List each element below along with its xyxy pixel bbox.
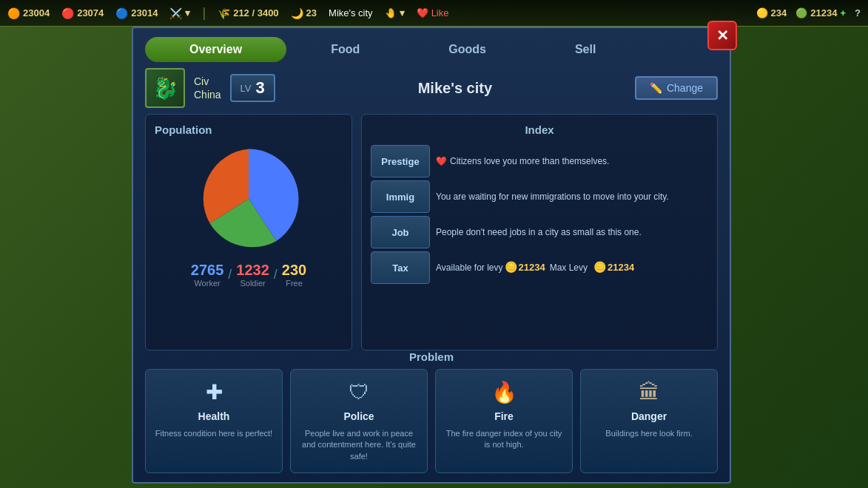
index-row-prestige: Prestige ❤️ Citizens love you more than … [371,145,708,177]
tab-overview[interactable]: Overview [145,37,286,62]
heart-icon: ❤️ [436,155,447,168]
hud-resource1[interactable]: 🟠 23004 [7,7,50,19]
hud-resource3[interactable]: 🔵 23014 [115,7,158,19]
resource3-icon: 🔵 [115,7,128,19]
free-stat: 230 Free [282,262,306,288]
resource4-icon: ⚔️ [169,7,182,19]
level-badge: LV 3 [230,74,275,102]
police-desc: People live and work in peace and conten… [298,428,420,462]
population-section: Population 2765 Worker / 1232 [145,114,352,350]
soldier-value: 1232 [236,262,269,279]
lv-value: 3 [256,78,265,98]
problem-title: Problem [145,350,718,363]
tab-sell[interactable]: Sell [531,37,640,62]
resource4-dropdown: ▾ [185,7,190,18]
index-row-immig: Immig You are waiting for new immigratio… [371,180,708,213]
civ-name: CivChina [194,75,221,101]
main-dialog: ✕ Overview Food Goods Sell 🐉 CivChina LV… [132,27,731,484]
tax-label[interactable]: Tax [371,251,430,284]
resource2-icon: 🔴 [61,7,74,19]
population-title: Population [155,123,343,136]
hud-moon[interactable]: 🌙 23 [291,7,317,19]
danger-name: Danger [631,410,667,422]
health-desc: Fitness condition here is perfect! [155,428,272,439]
hud-city-name: Mike's city [329,7,373,18]
prestige-text: ❤️ Citizens love you more than themselve… [436,145,708,177]
problem-section: Problem ✚ Health Fitness condition here … [133,350,730,482]
green-value: 21234 [810,7,837,18]
levy-gold-icon: 🪙 [505,260,517,275]
civ-avatar: 🐉 [145,68,185,108]
problem-grid: ✚ Health Fitness condition here is perfe… [145,369,718,473]
moon-value: 23 [306,7,317,18]
heart-icon: ❤️ [417,7,428,18]
health-icon: ✚ [206,380,223,404]
danger-card: 🏛 Danger Buildings here look firm. [580,369,718,473]
resource2-value: 23074 [77,7,104,18]
free-label: Free [286,279,303,288]
food-icon: 🌾 [218,7,230,19]
fire-card: 🔥 Fire The fire danger index of you city… [435,369,573,473]
hud-food[interactable]: 🌾 212 / 3400 [218,7,278,19]
max-levy-gold-icon: 🪙 [593,260,606,275]
green-icon: 🟢 [795,7,807,18]
free-value: 230 [282,262,306,279]
fire-desc: The fire danger index of you city is not… [443,428,565,451]
pie-chart-container [155,143,343,254]
tax-text: Available for levy 🪙 21234 Max Levy 🪙 21… [436,251,708,284]
tab-bar: Overview Food Goods Sell [133,28,730,62]
resource1-value: 23004 [23,7,50,18]
soldier-stat: 1232 Soldier [236,262,269,288]
pencil-icon: ✏️ [650,82,662,94]
max-levy-value: 21234 [608,261,634,274]
hud-resource4[interactable]: ⚔️ ▾ [169,7,190,19]
fire-name: Fire [494,410,514,422]
gold-icon: 🟡 [756,7,768,18]
fire-icon: 🔥 [491,380,517,404]
hud-green[interactable]: 🟢 21234 + [795,7,846,18]
worker-stat: 2765 Worker [191,262,224,288]
resource1-icon: 🟠 [7,7,20,19]
city-name-display: Mike's city [284,80,626,97]
tab-goods[interactable]: Goods [404,37,531,62]
dragon-icon: 🐉 [152,76,178,101]
civ-header: 🐉 CivChina LV 3 Mike's city ✏️ Change [133,62,730,114]
population-pie-chart [193,143,304,254]
close-button[interactable]: ✕ [707,21,737,50]
danger-desc: Buildings here look firm. [605,428,692,439]
population-stats: 2765 Worker / 1232 Soldier / 230 Free [155,262,343,288]
hud-right: 🟡 234 🟢 21234 + ? [756,7,861,18]
like-label: Like [431,7,449,18]
hud-gold[interactable]: 🟡 234 [756,7,787,18]
index-row-job: Job People don't need jobs in a city as … [371,216,708,248]
pop-separator-1: / [228,267,232,282]
immig-label[interactable]: Immig [371,180,430,213]
danger-icon: 🏛 [639,380,659,404]
police-icon: 🛡 [349,380,369,404]
job-text: People don't need jobs in a city as smal… [436,216,708,248]
change-label: Change [667,82,703,94]
top-hud: 🟠 23004 🔴 23074 🔵 23014 ⚔️ ▾ | 🌾 212 / 3… [0,0,868,27]
hud-help[interactable]: ? [855,7,861,18]
tab-food[interactable]: Food [286,37,404,62]
health-card: ✚ Health Fitness condition here is perfe… [145,369,283,473]
hud-like[interactable]: ❤️ Like [417,7,449,18]
hud-hand[interactable]: 🤚 ▾ [385,7,405,18]
gold-value: 234 [771,7,787,18]
index-row-tax: Tax Available for levy 🪙 21234 Max Levy … [371,251,708,284]
hud-resource2[interactable]: 🔴 23074 [61,7,104,19]
prestige-label[interactable]: Prestige [371,145,430,177]
resource3-value: 23014 [131,7,158,18]
lv-label: LV [240,83,252,94]
soldier-label: Soldier [240,279,265,288]
food-value: 212 / 3400 [233,7,278,18]
police-name: Police [343,410,374,422]
plus-icon: + [840,7,846,18]
job-label[interactable]: Job [371,216,430,248]
change-button[interactable]: ✏️ Change [635,76,718,100]
main-content: Population 2765 Worker / 1232 [133,114,730,350]
hand-dropdown: ▾ [400,7,405,18]
index-title: Index [371,123,708,136]
pop-separator-2: / [274,267,277,282]
moon-icon: 🌙 [291,7,303,19]
